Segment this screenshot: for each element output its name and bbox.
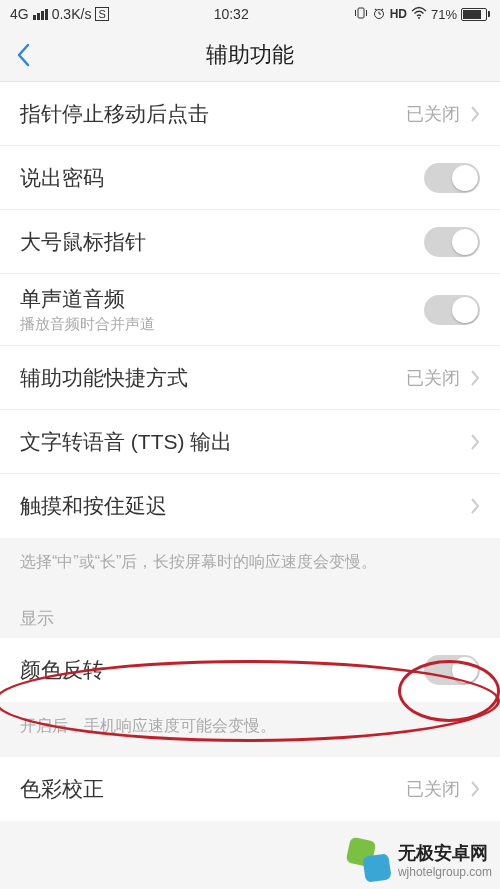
chevron-left-icon	[16, 43, 30, 67]
section-header-display: 显示	[0, 585, 500, 638]
row-accessibility-shortcut[interactable]: 辅助功能快捷方式 已关闭	[0, 346, 500, 410]
signal-bars-icon	[33, 9, 48, 20]
row-title: 单声道音频	[20, 285, 155, 313]
data-speed: 0.3K/s	[52, 6, 92, 22]
row-tts-output[interactable]: 文字转语音 (TTS) 输出	[0, 410, 500, 474]
toggle-large-pointer[interactable]	[424, 227, 480, 257]
row-subtitle: 播放音频时合并声道	[20, 315, 155, 334]
status-right: HD 71%	[354, 6, 490, 23]
chevron-right-icon	[470, 369, 480, 387]
chevron-right-icon	[470, 433, 480, 451]
battery-icon	[461, 8, 490, 21]
settings-list: 指针停止移动后点击 已关闭 说出密码 大号鼠标指针 单声道音频 播放音频时合并声…	[0, 82, 500, 538]
clock: 10:32	[214, 6, 249, 22]
row-large-pointer[interactable]: 大号鼠标指针	[0, 210, 500, 274]
watermark-domain: wjhotelgroup.com	[398, 865, 492, 879]
settings-list-color: 色彩校正 已关闭	[0, 757, 500, 821]
status-left: 4G 0.3K/s S	[10, 6, 109, 22]
battery-percent: 71%	[431, 7, 457, 22]
svg-line-6	[375, 9, 377, 10]
back-button[interactable]	[0, 28, 46, 81]
row-title: 辅助功能快捷方式	[20, 364, 188, 392]
status-bar: 4G 0.3K/s S 10:32 HD 71%	[0, 0, 500, 28]
row-title: 文字转语音 (TTS) 输出	[20, 428, 232, 456]
toggle-say-password[interactable]	[424, 163, 480, 193]
row-mono-audio[interactable]: 单声道音频 播放音频时合并声道	[0, 274, 500, 346]
row-value: 已关闭	[406, 777, 460, 801]
toggle-mono-audio[interactable]	[424, 295, 480, 325]
watermark-text: 无极安卓网	[398, 843, 488, 863]
row-color-invert[interactable]: 颜色反转	[0, 638, 500, 702]
row-touch-hold-delay[interactable]: 触摸和按住延迟	[0, 474, 500, 538]
note-color-invert: 开启后，手机响应速度可能会变慢。	[0, 702, 500, 757]
row-title: 色彩校正	[20, 775, 104, 803]
row-title: 大号鼠标指针	[20, 228, 146, 256]
watermark: 无极安卓网 wjhotelgroup.com	[348, 839, 492, 881]
svg-rect-0	[358, 8, 364, 18]
alarm-icon	[372, 6, 386, 23]
note-touch-hold: 选择“中”或“长”后，长按屏幕时的响应速度会变慢。	[0, 538, 500, 585]
hd-indicator: HD	[390, 7, 407, 21]
chevron-right-icon	[470, 780, 480, 798]
vibrate-icon	[354, 6, 368, 23]
svg-line-7	[381, 9, 383, 10]
row-title: 颜色反转	[20, 656, 104, 684]
chevron-right-icon	[470, 497, 480, 515]
row-value: 已关闭	[406, 102, 460, 126]
page-header: 辅助功能	[0, 28, 500, 82]
row-title: 触摸和按住延迟	[20, 492, 167, 520]
watermark-logo-icon	[348, 839, 390, 881]
row-say-password[interactable]: 说出密码	[0, 146, 500, 210]
row-title: 指针停止移动后点击	[20, 100, 209, 128]
wifi-icon	[411, 6, 427, 23]
svg-point-8	[418, 17, 420, 19]
toggle-color-invert[interactable]	[424, 655, 480, 685]
settings-list-display: 颜色反转	[0, 638, 500, 702]
row-pointer-stop-click[interactable]: 指针停止移动后点击 已关闭	[0, 82, 500, 146]
chevron-right-icon	[470, 105, 480, 123]
page-title: 辅助功能	[0, 40, 500, 70]
sim-indicator: S	[95, 7, 108, 21]
row-color-correction[interactable]: 色彩校正 已关闭	[0, 757, 500, 821]
row-value: 已关闭	[406, 366, 460, 390]
network-type: 4G	[10, 6, 29, 22]
row-title: 说出密码	[20, 164, 104, 192]
